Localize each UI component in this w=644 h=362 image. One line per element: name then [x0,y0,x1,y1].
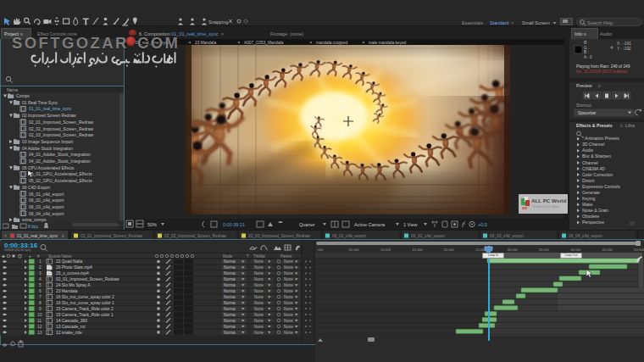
svg-text::00f: :00f [317,248,324,252]
svg-text:G :: G : [584,46,589,50]
svg-text:Effects & Presets: Effects & Presets [576,123,613,128]
svg-text:Noise & Grain: Noise & Grain [582,208,608,213]
svg-text:06 C4D Export: 06 C4D Export [22,185,50,190]
svg-text:Matte: Matte [582,202,593,207]
svg-text:10:00f: 10:00f [380,248,391,252]
svg-text:02_02_Improved_Screen_Redraw: 02_02_Improved_Screen_Redraw [164,234,227,238]
svg-text:Spacebar: Spacebar [578,110,597,115]
svg-text:02_03_Improved_Screen_Redraw: 02_03_Improved_Screen_Redraw [29,132,94,137]
svg-text:CINEMA 4D: CINEMA 4D [582,166,605,171]
svg-text:Distort: Distort [582,178,595,183]
svg-text:06_03_c4d_export: 06_03_c4d_export [490,234,524,238]
svg-text:50:00f: 50:00f [634,248,644,252]
svg-text:Generate: Generate [582,190,600,195]
svg-text:X : -191: X : -191 [617,42,631,46]
svg-text:3D Channel: 3D Channel [582,142,604,147]
svg-text:20:00f: 20:00f [444,248,455,252]
svg-text:Keying: Keying [582,196,596,201]
svg-text:Quarter: Quarter [299,222,315,227]
svg-text:15:00f: 15:00f [412,248,423,252]
svg-text:fps: 15.270/24 (NOT realtime): fps: 15.270/24 (NOT realtime) [576,70,628,74]
svg-text:45:00f: 45:00f [602,248,613,252]
svg-text:06_02_c4d_export: 06_02_c4d_export [411,234,445,238]
svg-text:04_02_Adobe_Stock_Integration: 04_02_Adobe_Stock_Integration [29,159,91,164]
svg-text:≡: ≡ [620,123,623,128]
svg-text:02_03_Improved_Screen_Redraw: 02_03_Improved_Screen_Redraw [248,234,311,238]
svg-text:A : 0: A : 0 [584,55,592,59]
svg-text:05_02_GPU_Accelerated_Effects: 05_02_GPU_Accelerated_Effects [29,178,92,183]
svg-text:04_01_Adobe_Stock_Integration: 04_01_Adobe_Stock_Integration [29,152,91,157]
svg-text:06_01_c4d_export: 06_01_c4d_export [29,192,64,197]
svg-text:R :: R : [584,41,589,45]
svg-text:02_02_Improved_Screen_Redraw: 02_02_Improved_Screen_Redraw [29,126,94,131]
svg-text:01 Real Time Sync: 01 Real Time Sync [22,100,58,105]
svg-text:Libra: Libra [625,123,635,128]
svg-text:×: × [4,233,7,238]
svg-text:02_01_Improved_Screen_Redraw: 02_01_Improved_Screen_Redraw [29,120,94,125]
svg-text:1 View: 1 View [403,222,417,227]
svg-text:Obsolete: Obsolete [582,214,599,219]
svg-text:Playing from Ram: 249 of 249: Playing from Ram: 249 of 249 [576,64,630,69]
svg-text:+0.0: +0.0 [478,222,487,227]
svg-text:0:00:39:21: 0:00:39:21 [223,222,245,227]
svg-text:50%: 50% [147,222,157,227]
svg-text:35:00f: 35:00f [539,248,550,252]
svg-text:Audio: Audio [582,148,593,153]
svg-text:01_01_real_time_sync: 01_01_real_time_sync [29,106,72,111]
svg-text:Expression Controls: Expression Controls [582,184,620,189]
svg-text:* Animation Presets: * Animation Presets [582,136,619,141]
svg-text:05 CPU Accelerated Effects: 05 CPU Accelerated Effects [22,165,75,170]
svg-text:Y : -192: Y : -192 [617,47,631,51]
svg-text:Blur & Sharpen: Blur & Sharpen [582,153,611,159]
svg-text:05_01_GPU_Accelerated_Effects: 05_01_GPU_Accelerated_Effects [29,171,92,176]
svg-text:Channel: Channel [582,160,598,165]
svg-text:02 Improved Screen Redraw: 02 Improved Screen Redraw [22,113,76,118]
svg-text:06_01_c4d_export: 06_01_c4d_export [332,234,366,238]
svg-text:01_01_real_time_sync: 01_01_real_time_sync [17,234,58,238]
svg-text:≡: ≡ [62,233,64,238]
svg-text:30:00f: 30:00f [507,248,518,252]
svg-text:04 Adobe Stock Integration: 04 Adobe Stock Integration [22,146,73,151]
svg-text:06_02_c4d_export: 06_02_c4d_export [29,198,64,203]
svg-text:02_01_Improved_Screen_Redraw: 02_01_Improved_Screen_Redraw [80,234,143,238]
svg-text:Comps: Comps [16,93,30,98]
svg-text:Preview: Preview [576,83,592,88]
svg-text:B :: B : [584,50,589,54]
svg-text:06_04_c4d_export: 06_04_c4d_export [569,234,602,238]
svg-text:Perspective: Perspective [582,220,604,225]
svg-text:Color Correction: Color Correction [582,172,613,177]
svg-text:40:00f: 40:00f [570,248,581,252]
svg-text:≡: ≡ [598,83,601,88]
svg-text:Shortcut: Shortcut [576,103,592,108]
svg-text:06_03_c4d_export: 06_03_c4d_export [29,204,64,209]
svg-text:03 Image Sequence Import: 03 Image Sequence Import [22,139,74,144]
svg-text:Active Camera: Active Camera [354,222,386,227]
svg-text:05:00f: 05:00f [348,248,359,252]
svg-text:06_04_c4d_export: 06_04_c4d_export [29,211,64,216]
